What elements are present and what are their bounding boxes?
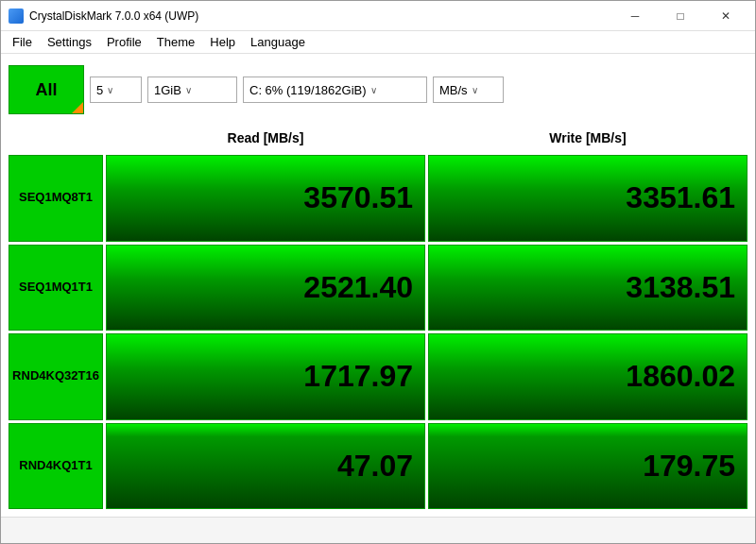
- row-2-write: 1860.02: [428, 333, 747, 420]
- status-bar: [1, 517, 755, 543]
- header-write: Write [MB/s]: [428, 124, 747, 152]
- count-chevron: ∨: [107, 85, 113, 95]
- row-0-read: 3570.51: [106, 155, 425, 242]
- count-value: 5: [96, 83, 103, 97]
- drive-value: C: 6% (119/1862GiB): [249, 83, 367, 97]
- all-button[interactable]: All: [9, 65, 84, 114]
- row-2-read: 1717.97: [106, 333, 425, 420]
- row-1-read: 2521.40: [106, 245, 425, 332]
- main-window: CrystalDiskMark 7.0.0 x64 (UWP) ─ □ ✕ Fi…: [0, 0, 756, 544]
- size-dropdown[interactable]: 1GiB ∨: [147, 76, 237, 103]
- drive-dropdown[interactable]: C: 6% (119/1862GiB) ∨: [243, 76, 427, 103]
- row-3-write: 179.75: [428, 423, 747, 510]
- table-row: RND4K Q1T1 47.07 179.75: [9, 423, 747, 510]
- drive-chevron: ∨: [370, 85, 377, 95]
- content-area: All 5 ∨ 1GiB ∨ C: 6% (119/1862GiB) ∨ MB/…: [1, 54, 755, 517]
- header-read: Read [MB/s]: [106, 124, 425, 152]
- close-button[interactable]: ✕: [704, 3, 747, 29]
- size-chevron: ∨: [185, 85, 192, 95]
- window-title: CrystalDiskMark 7.0.0 x64 (UWP): [29, 9, 613, 23]
- window-controls: ─ □ ✕: [613, 3, 747, 29]
- header-label: [9, 124, 103, 152]
- menu-file[interactable]: File: [5, 31, 40, 53]
- menu-bar: File Settings Profile Theme Help Languag…: [1, 31, 755, 54]
- row-2-label: RND4K Q32T16: [9, 333, 103, 420]
- menu-language[interactable]: Language: [243, 31, 313, 53]
- table-header: Read [MB/s] Write [MB/s]: [9, 124, 747, 152]
- row-3-read: 47.07: [106, 423, 425, 510]
- table-row: SEQ1M Q8T1 3570.51 3351.61: [9, 155, 747, 242]
- count-dropdown[interactable]: 5 ∨: [90, 76, 142, 103]
- row-1-write: 3138.51: [428, 245, 747, 332]
- benchmark-table: Read [MB/s] Write [MB/s] SEQ1M Q8T1 3570…: [9, 124, 747, 509]
- menu-settings[interactable]: Settings: [40, 31, 99, 53]
- controls-row: All 5 ∨ 1GiB ∨ C: 6% (119/1862GiB) ∨ MB/…: [9, 61, 747, 118]
- app-icon: [9, 8, 24, 24]
- minimize-button[interactable]: ─: [613, 3, 657, 29]
- maximize-button[interactable]: □: [659, 3, 702, 29]
- table-row: SEQ1M Q1T1 2521.40 3138.51: [9, 245, 747, 332]
- unit-dropdown[interactable]: MB/s ∨: [433, 76, 504, 103]
- table-row: RND4K Q32T16 1717.97 1860.02: [9, 333, 747, 420]
- unit-value: MB/s: [439, 83, 468, 97]
- menu-theme[interactable]: Theme: [149, 31, 202, 53]
- title-bar: CrystalDiskMark 7.0.0 x64 (UWP) ─ □ ✕: [1, 1, 755, 31]
- row-0-write: 3351.61: [428, 155, 747, 242]
- unit-chevron: ∨: [472, 85, 478, 95]
- size-value: 1GiB: [154, 83, 181, 97]
- menu-help[interactable]: Help: [202, 31, 243, 53]
- row-1-label: SEQ1M Q1T1: [9, 245, 103, 332]
- row-3-label: RND4K Q1T1: [9, 423, 103, 510]
- menu-profile[interactable]: Profile: [99, 31, 149, 53]
- row-0-label: SEQ1M Q8T1: [9, 155, 103, 242]
